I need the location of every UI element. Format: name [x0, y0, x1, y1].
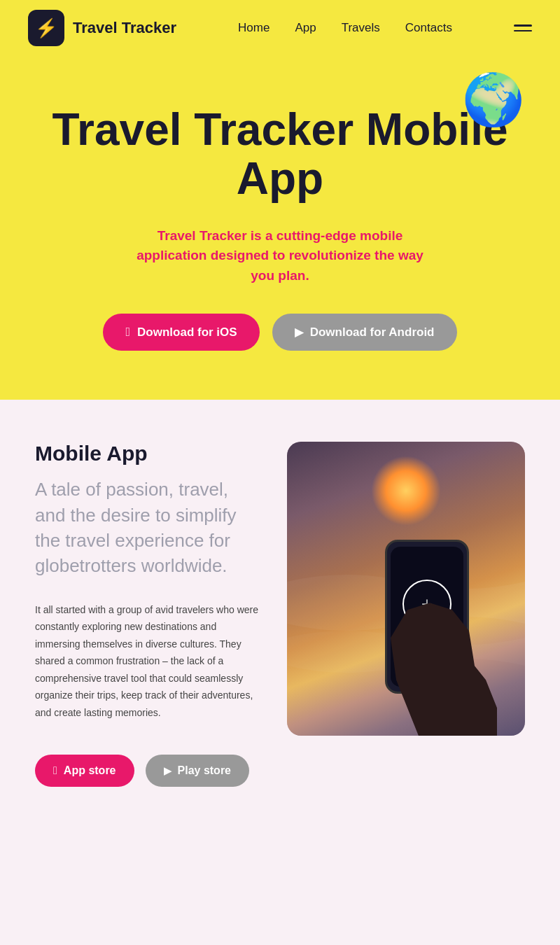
nav-contacts[interactable]: Contacts: [405, 21, 452, 34]
app-text: Mobile App A tale of passion, travel, an…: [35, 442, 259, 787]
download-ios-button[interactable]:  Download for iOS: [103, 314, 259, 351]
download-android-button[interactable]: ▶ Download for Android: [272, 314, 457, 351]
app-photo: 296° WNW: [287, 442, 525, 736]
appstore-button[interactable]:  App store: [35, 755, 134, 787]
play-icon: ▶: [295, 326, 303, 339]
apple-icon-small: : [53, 764, 57, 777]
playstore-label: Play store: [178, 764, 231, 777]
nav-home[interactable]: Home: [238, 21, 270, 34]
navbar: ⚡ Travel Tracker Home App Travels Contac…: [0, 0, 560, 56]
hamburger-line-1: [514, 24, 532, 27]
download-ios-label: Download for iOS: [137, 326, 237, 340]
hamburger-line-2: [514, 30, 532, 32]
appstore-label: App store: [64, 764, 116, 777]
mobile-app-section: Mobile App A tale of passion, travel, an…: [0, 400, 560, 829]
hero-buttons:  Download for iOS ▶ Download for Androi…: [28, 314, 532, 351]
app-description: It all started with a group of avid trav…: [35, 601, 259, 722]
nav-travels[interactable]: Travels: [342, 21, 380, 34]
logo[interactable]: ⚡ Travel Tracker: [28, 10, 176, 46]
hamburger-menu[interactable]: [514, 24, 532, 31]
footer-spacer: [0, 829, 560, 857]
phone-photo-bg: 296° WNW: [287, 442, 525, 736]
logo-icon: ⚡: [28, 10, 64, 46]
app-store-buttons:  App store ▶ Play store: [35, 755, 259, 787]
hero-section: 🌍 Travel Tracker Mobile App Travel Track…: [0, 56, 560, 400]
download-android-label: Download for Android: [310, 326, 435, 340]
play-icon-small: ▶: [164, 765, 172, 776]
nav-app[interactable]: App: [295, 21, 316, 34]
nav-links: Home App Travels Contacts: [238, 21, 452, 35]
brand-name: Travel Tracker: [73, 19, 176, 37]
apple-icon: : [125, 325, 130, 340]
bolt-icon: ⚡: [35, 18, 57, 39]
globe-emoji: 🌍: [462, 70, 525, 130]
playstore-button[interactable]: ▶ Play store: [146, 755, 249, 787]
hero-subtitle: Travel Tracker is a cutting-edge mobile …: [126, 226, 434, 286]
app-section-title: Mobile App: [35, 442, 259, 465]
hero-title: Travel Tracker Mobile App: [42, 105, 518, 204]
app-tagline: A tale of passion, travel, and the desir…: [35, 477, 259, 579]
